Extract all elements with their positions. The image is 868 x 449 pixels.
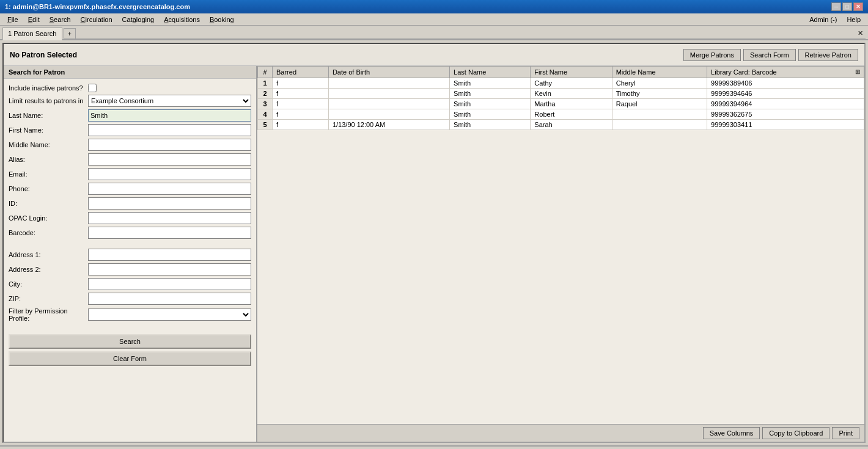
results-bottom: Save Columns Copy to Clipboard Print <box>257 424 864 442</box>
col-library-card[interactable]: Library Card: Barcode ⊞ <box>707 67 864 78</box>
search-form: Include inactive patrons? Limit results … <box>4 79 256 329</box>
cell-dob <box>328 109 449 120</box>
maximize-button[interactable]: □ <box>842 2 852 11</box>
address2-input[interactable] <box>88 263 251 276</box>
cell-library-card: 99999362675 <box>707 109 864 120</box>
limit-results-row: Limit results to patrons in Example Cons… <box>9 95 251 107</box>
results-table: # Barred Date of Birth Last Name First N… <box>257 66 864 424</box>
merge-patrons-button[interactable]: Merge Patrons <box>683 49 741 61</box>
menu-bar: File Edit Search Circulation Cataloging … <box>0 13 868 26</box>
cell-last-name: Smith <box>450 89 531 99</box>
cell-barred: f <box>273 78 329 89</box>
barcode-label: Barcode: <box>9 229 88 236</box>
cell-last-name: Smith <box>450 120 531 130</box>
include-inactive-row: Include inactive patrons? <box>9 84 251 92</box>
opac-label: OPAC Login: <box>9 214 88 222</box>
alias-input[interactable] <box>88 153 251 166</box>
print-button[interactable]: Print <box>832 427 859 439</box>
tab-add[interactable]: + <box>64 28 76 39</box>
menu-help[interactable]: Help <box>842 15 866 24</box>
menu-circulation[interactable]: Circulation <box>76 15 117 24</box>
cell-first-name: Robert <box>531 109 612 120</box>
retrieve-patron-button[interactable]: Retrieve Patron <box>798 49 858 61</box>
col-middle-name[interactable]: Middle Name <box>612 67 707 78</box>
address1-input[interactable] <box>88 249 251 261</box>
phone-row: Phone: <box>9 183 251 195</box>
table-header-row: # Barred Date of Birth Last Name First N… <box>258 67 864 78</box>
cell-middle-name: Raquel <box>612 99 707 109</box>
cell-first-name: Martha <box>531 99 612 109</box>
menu-acquisitions[interactable]: Acquisitions <box>159 15 205 24</box>
cell-num: 3 <box>258 99 273 109</box>
col-num: # <box>258 67 273 78</box>
cell-library-card: 99999303411 <box>707 120 864 130</box>
col-dob[interactable]: Date of Birth <box>328 67 449 78</box>
search-buttons: Search Clear Form <box>4 329 256 371</box>
cell-dob <box>328 99 449 109</box>
cell-middle-name <box>612 120 707 130</box>
results-data-table: # Barred Date of Birth Last Name First N… <box>257 66 864 130</box>
address2-label: Address 2: <box>9 266 88 273</box>
cell-last-name: Smith <box>450 109 531 120</box>
search-form-button[interactable]: Search Form <box>743 49 796 61</box>
table-row[interactable]: 3 f Smith Martha Raquel 99999394964 <box>258 99 864 109</box>
col-barred[interactable]: Barred <box>273 67 329 78</box>
search-button[interactable]: Search <box>9 334 251 349</box>
opac-row: OPAC Login: <box>9 212 251 224</box>
cell-last-name: Smith <box>450 99 531 109</box>
tab-patron-search[interactable]: 1 Patron Search <box>2 27 62 40</box>
cell-library-card: 99999389406 <box>707 78 864 89</box>
title-bar-title: 1: admin@BR1-winxpvmfx.phasefx.evergreen… <box>5 3 831 10</box>
address1-row: Address 1: <box>9 249 251 261</box>
middle-name-row: Middle Name: <box>9 139 251 151</box>
middle-name-input[interactable] <box>88 139 251 151</box>
cell-num: 2 <box>258 89 273 99</box>
col-last-name[interactable]: Last Name <box>450 67 531 78</box>
cell-dob: 1/13/90 12:00 AM <box>328 120 449 130</box>
copy-clipboard-button[interactable]: Copy to Clipboard <box>762 427 829 439</box>
zip-input[interactable] <box>88 293 251 305</box>
col-first-name[interactable]: First Name <box>531 67 612 78</box>
barcode-input[interactable] <box>88 227 251 239</box>
email-input[interactable] <box>88 168 251 180</box>
menu-edit[interactable]: Edit <box>23 15 45 24</box>
phone-input[interactable] <box>88 183 251 195</box>
cell-barred: f <box>273 89 329 99</box>
title-bar-controls[interactable]: ─ □ ✕ <box>831 2 863 11</box>
city-input[interactable] <box>88 278 251 290</box>
cell-first-name: Kevin <box>531 89 612 99</box>
menu-cataloging[interactable]: Cataloging <box>117 15 160 24</box>
menu-file[interactable]: File <box>2 15 23 24</box>
first-name-row: First Name: <box>9 124 251 136</box>
cell-middle-name: Cheryl <box>612 78 707 89</box>
alias-row: Alias: <box>9 153 251 166</box>
opac-input[interactable] <box>88 212 251 224</box>
cell-num: 4 <box>258 109 273 120</box>
cell-first-name: Cathy <box>531 78 612 89</box>
first-name-input[interactable] <box>88 124 251 136</box>
id-input[interactable] <box>88 197 251 210</box>
clear-form-button[interactable]: Clear Form <box>9 351 251 366</box>
middle-name-label: Middle Name: <box>9 141 88 148</box>
col-resize-icon: ⊞ <box>855 68 860 75</box>
table-row[interactable]: 2 f Smith Kevin Timothy 99999394646 <box>258 89 864 99</box>
include-inactive-checkbox[interactable] <box>88 84 97 92</box>
main-window: No Patron Selected Merge Patrons Search … <box>2 43 866 443</box>
address1-label: Address 1: <box>9 251 88 258</box>
menu-search[interactable]: Search <box>45 15 76 24</box>
close-tab-icon[interactable]: ✕ <box>855 28 866 39</box>
last-name-input[interactable] <box>88 109 251 122</box>
table-row[interactable]: 1 f Smith Cathy Cheryl 99999389406 <box>258 78 864 89</box>
table-row[interactable]: 4 f Smith Robert 99999362675 <box>258 109 864 120</box>
minimize-button[interactable]: ─ <box>831 2 841 11</box>
permission-select[interactable] <box>88 308 251 321</box>
menu-booking[interactable]: Booking <box>205 15 239 24</box>
save-columns-button[interactable]: Save Columns <box>703 427 760 439</box>
limit-select[interactable]: Example Consortium <box>88 95 251 107</box>
tab-patron-search-label: 1 Patron Search <box>8 30 57 37</box>
search-panel-title: Search for Patron <box>4 66 256 79</box>
menu-admin[interactable]: Admin (-) <box>804 15 842 24</box>
patron-bar: No Patron Selected Merge Patrons Search … <box>4 44 864 66</box>
table-row[interactable]: 5 f 1/13/90 12:00 AM Smith Sarah 9999930… <box>258 120 864 130</box>
close-button[interactable]: ✕ <box>853 2 863 11</box>
